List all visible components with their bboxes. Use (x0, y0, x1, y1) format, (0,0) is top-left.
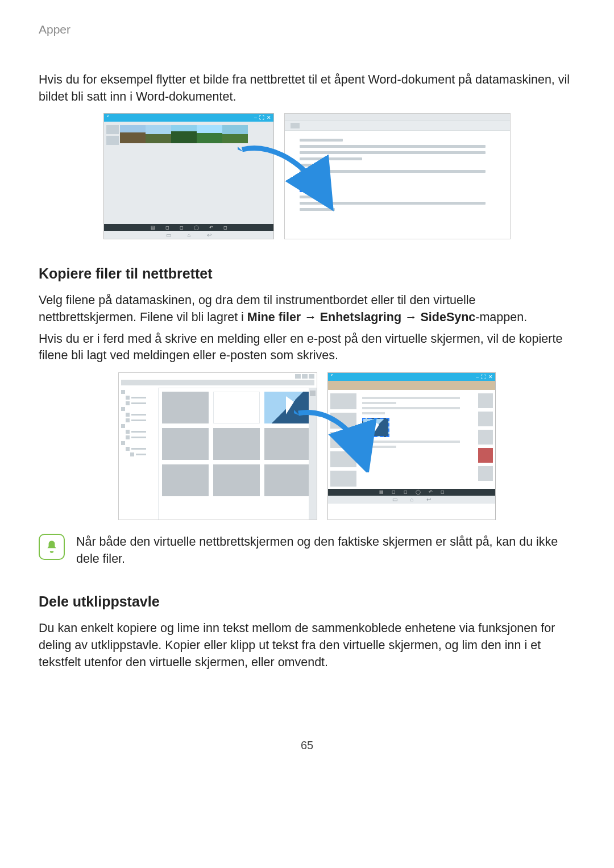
app-icon: ◯ (194, 225, 199, 230)
maximize-icon: ⛶ (481, 374, 486, 380)
right-thumb (478, 412, 493, 426)
recents-icon: ▭ (392, 496, 397, 502)
virtual-tablet-window: ˅ – ⛶ ✕ (103, 113, 274, 239)
note-block: Når både den virtuelle nettbrettskjermen… (39, 534, 575, 567)
file-thumb-sail (264, 392, 311, 423)
gallery-side-thumb (106, 136, 119, 145)
chevron-down-icon: ˅ (330, 373, 333, 380)
right-thumb (478, 393, 493, 408)
attached-image-placeholder (362, 418, 389, 437)
figure-pc-to-tablet: ˅ – ⛶ ✕ (104, 372, 510, 520)
sidebar-thumb (330, 413, 356, 429)
gallery-photo (146, 125, 171, 143)
tablet-header (328, 381, 495, 390)
intro-paragraph: Hvis du for eksempel flytter et bilde fr… (39, 72, 575, 105)
close-icon: ✕ (488, 374, 493, 380)
pc-explorer-window (118, 372, 317, 520)
copy-files-p1: Velg filene på datamaskinen, og dra dem … (39, 292, 575, 326)
app-icon: ↶ (429, 489, 433, 495)
gallery-photo (120, 125, 146, 143)
home-icon: ⌂ (187, 232, 190, 238)
figure-tablet-to-word: ˅ – ⛶ ✕ (100, 113, 514, 239)
sidebar-thumb (330, 451, 356, 467)
share-clipboard-p1: Du kan enkelt kopiere og lime inn tekst … (39, 620, 575, 671)
minimize-icon: – (254, 115, 257, 121)
page-number: 65 (39, 739, 575, 752)
tablet-titlebar: ˅ – ⛶ ✕ (104, 114, 273, 122)
heading-share-clipboard: Dele utklippstavle (39, 593, 575, 610)
copy-files-p2: Hvis du er i ferd med å skrive en meldin… (39, 331, 575, 364)
file-thumb (213, 464, 260, 496)
file-thumb (213, 428, 260, 460)
gallery-photo (171, 125, 197, 143)
menu-icon: ▤ (379, 489, 384, 495)
section-header: Apper (39, 23, 575, 36)
file-thumb (162, 392, 209, 423)
file-thumbnails (159, 388, 317, 520)
app-icon: ◯ (416, 489, 421, 495)
right-thumb (478, 466, 493, 481)
heading-copy-files: Kopiere filer til nettbrettet (39, 265, 575, 282)
virtual-tablet-window: ˅ – ⛶ ✕ (327, 372, 496, 520)
app-icon: ◻ (180, 225, 184, 230)
recents-icon: ▭ (166, 232, 171, 238)
note-bell-icon (39, 534, 65, 560)
word-doc-body (285, 131, 510, 232)
tablet-titlebar: ˅ – ⛶ ✕ (328, 373, 495, 381)
app-icon: ◻ (165, 225, 169, 230)
sidebar-thumb (330, 471, 356, 487)
word-titlebar (285, 114, 510, 121)
back-icon: ↩ (426, 496, 431, 502)
home-icon: ⌂ (410, 496, 413, 502)
right-thumb (478, 448, 493, 463)
note-text: Når både den virtuelle nettbrettskjermen… (76, 534, 575, 567)
right-thumb (478, 430, 493, 445)
gallery-side-thumb (106, 125, 119, 134)
back-icon: ↩ (207, 232, 211, 238)
app-icon: ↶ (209, 225, 213, 230)
app-icon: ◻ (404, 489, 408, 495)
file-thumb (264, 464, 311, 496)
folder-tree (119, 388, 159, 520)
gallery-photo (197, 125, 222, 143)
file-thumb (213, 392, 260, 423)
file-thumb (264, 428, 311, 460)
minimize-icon: – (476, 374, 479, 380)
file-thumb (162, 428, 209, 460)
app-icon: ◻ (392, 489, 396, 495)
sidebar-thumb (330, 393, 356, 409)
app-icon: ◻ (441, 489, 445, 495)
maximize-icon: ⛶ (259, 115, 264, 121)
sidebar-thumb (330, 432, 356, 448)
gallery-photo (222, 125, 248, 143)
file-thumb (162, 464, 209, 496)
app-icon: ◻ (223, 225, 227, 230)
menu-icon: ▤ (151, 225, 155, 230)
scrollbar (309, 388, 317, 520)
chevron-down-icon: ˅ (106, 115, 109, 121)
word-document-window (284, 113, 511, 239)
inserted-image-placeholder (300, 176, 320, 192)
address-bar (121, 380, 314, 385)
close-icon: ✕ (267, 115, 271, 121)
word-ribbon (285, 121, 510, 131)
